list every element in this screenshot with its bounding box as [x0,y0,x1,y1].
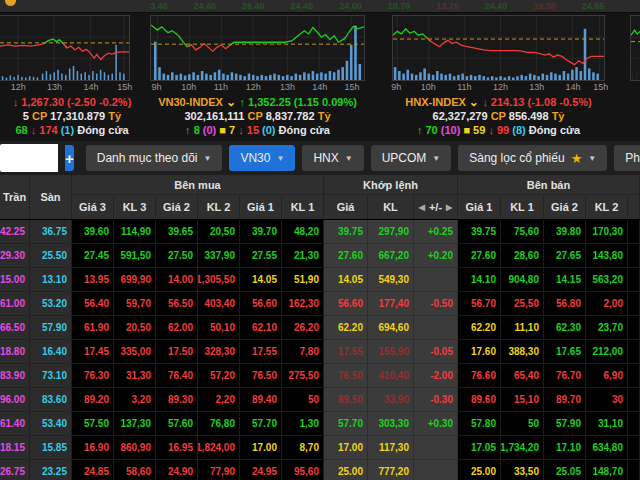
price-cell[interactable]: 17.00 [324,436,368,460]
price-cell[interactable]: 17.55 [324,340,368,364]
price-cell[interactable]: 61.00 [0,292,30,316]
price-cell[interactable]: 83.90 [0,364,30,388]
price-cell[interactable]: 14.05 [324,268,368,292]
price-cell[interactable]: 8,70 [282,436,324,460]
price-cell[interactable]: 28,60 [501,244,544,268]
price-cell[interactable]: 18.80 [0,340,30,364]
price-cell[interactable]: 13.10 [30,268,72,292]
tab-vn30[interactable]: VN30▼ [229,145,295,171]
price-cell[interactable]: 170,30 [586,220,628,244]
table-row[interactable]: 96.0083.6089.203,2089.302,2089.405089.50… [0,388,640,412]
price-cell[interactable]: 14.00 [156,268,198,292]
price-cell[interactable]: 57.90 [30,316,72,340]
price-cell[interactable]: -0.30 [414,388,458,412]
price-cell[interactable]: 24.90 [156,460,198,480]
price-cell[interactable]: 1,824,00 [198,436,240,460]
price-cell[interactable]: 335,00 [114,340,156,364]
table-row[interactable]: 26.7523.2524.8558,6024.9077,9024.9595,60… [0,460,640,480]
price-cell[interactable]: 57.70 [240,412,282,436]
price-cell[interactable]: 31,30 [114,364,156,388]
price-cell[interactable]: +0.30 [414,412,458,436]
price-cell[interactable]: 62.00 [156,316,198,340]
price-cell[interactable]: 89.40 [240,388,282,412]
add-symbol-button[interactable]: + [65,145,74,171]
price-cell[interactable]: 59,70 [114,292,156,316]
price-cell[interactable]: 303,30 [368,412,414,436]
price-cell[interactable]: 57.90 [544,412,586,436]
price-cell[interactable]: 62.10 [240,316,282,340]
price-cell[interactable]: 58,60 [114,460,156,480]
price-cell[interactable]: 57.80 [458,412,501,436]
price-cell[interactable]: 24.85 [72,460,114,480]
price-cell[interactable]: 30 [586,388,628,412]
price-cell[interactable]: 1,305,50 [198,268,240,292]
price-cell[interactable]: 76.60 [458,364,501,388]
price-cell[interactable]: 27.60 [458,244,501,268]
price-cell[interactable]: 297,90 [368,220,414,244]
price-cell[interactable] [414,436,458,460]
price-cell[interactable]: 860,90 [114,436,156,460]
price-cell[interactable]: 50,10 [198,316,240,340]
price-cell[interactable]: 177,40 [368,292,414,316]
price-cell[interactable]: 16.95 [156,436,198,460]
price-cell[interactable] [414,316,458,340]
price-cell[interactable]: 56.60 [324,292,368,316]
price-cell[interactable]: -0.05 [414,340,458,364]
price-cell[interactable]: 21,30 [282,244,324,268]
price-cell[interactable]: 14.15 [544,268,586,292]
price-cell[interactable]: 143,80 [586,244,628,268]
price-cell[interactable]: 27.45 [72,244,114,268]
price-cell[interactable]: 388,30 [501,340,544,364]
price-cell[interactable]: 6,90 [586,364,628,388]
price-cell[interactable]: 18.15 [0,436,30,460]
price-cell[interactable]: 25.00 [324,460,368,480]
price-cell[interactable]: 75,60 [501,220,544,244]
price-cell[interactable]: 148,70 [586,460,628,480]
price-cell[interactable]: 667,20 [368,244,414,268]
price-cell[interactable]: 39.80 [544,220,586,244]
price-cell[interactable]: 275,50 [282,364,324,388]
price-cell[interactable]: 23.25 [30,460,72,480]
tab-sàng-lọc-cổ-phiếu[interactable]: Sàng lọc cổ phiếu★▼ [458,145,607,171]
price-cell[interactable]: 36.75 [30,220,72,244]
price-cell[interactable]: 17.05 [458,436,501,460]
table-row[interactable]: 66.5057.9061.9020,5062.0050,1062.1026,20… [0,316,640,340]
tab-hnx[interactable]: HNX▼ [302,145,363,171]
price-cell[interactable]: 73.10 [30,364,72,388]
price-cell[interactable]: 2,00 [586,292,628,316]
price-cell[interactable]: 26.75 [0,460,30,480]
price-cell[interactable]: 1,30 [282,412,324,436]
price-cell[interactable]: 76,80 [198,412,240,436]
table-row[interactable]: 42.2536.7539.60114,9039.6520,5039.7048,2… [0,220,640,244]
price-cell[interactable]: 20,50 [114,316,156,340]
price-cell[interactable]: 53.40 [30,412,72,436]
price-cell[interactable]: 17.65 [544,340,586,364]
price-cell[interactable]: 61.90 [72,316,114,340]
price-cell[interactable]: 16.90 [72,436,114,460]
price-cell[interactable]: 53.20 [30,292,72,316]
price-cell[interactable]: 39.60 [72,220,114,244]
price-cell[interactable]: 76.40 [156,364,198,388]
price-cell[interactable]: 328,30 [198,340,240,364]
next-depth-arrow-icon[interactable]: ▶ [442,203,456,212]
table-row[interactable]: 29.3025.5027.45591,5027.50337,9027.5521,… [0,244,640,268]
price-cell[interactable]: 27.65 [544,244,586,268]
price-cell[interactable]: 95,60 [282,460,324,480]
price-cell[interactable]: 61.40 [0,412,30,436]
price-cell[interactable]: 25.05 [544,460,586,480]
tab-phái-sinh[interactable]: Phái sinh▼ [614,145,640,171]
price-cell[interactable] [414,268,458,292]
price-cell[interactable]: 117,30 [368,436,414,460]
price-cell[interactable]: 25.50 [30,244,72,268]
price-cell[interactable] [414,460,458,480]
price-cell[interactable]: 50 [282,388,324,412]
price-cell[interactable]: -0.50 [414,292,458,316]
price-cell[interactable]: 17.45 [72,340,114,364]
price-cell[interactable]: 65,40 [501,364,544,388]
price-cell[interactable]: 39.75 [324,220,368,244]
price-cell[interactable]: 56.60 [240,292,282,316]
price-cell[interactable]: 42.25 [0,220,30,244]
price-cell[interactable]: 27.55 [240,244,282,268]
price-cell[interactable]: 66.50 [0,316,30,340]
price-cell[interactable]: 137,30 [114,412,156,436]
